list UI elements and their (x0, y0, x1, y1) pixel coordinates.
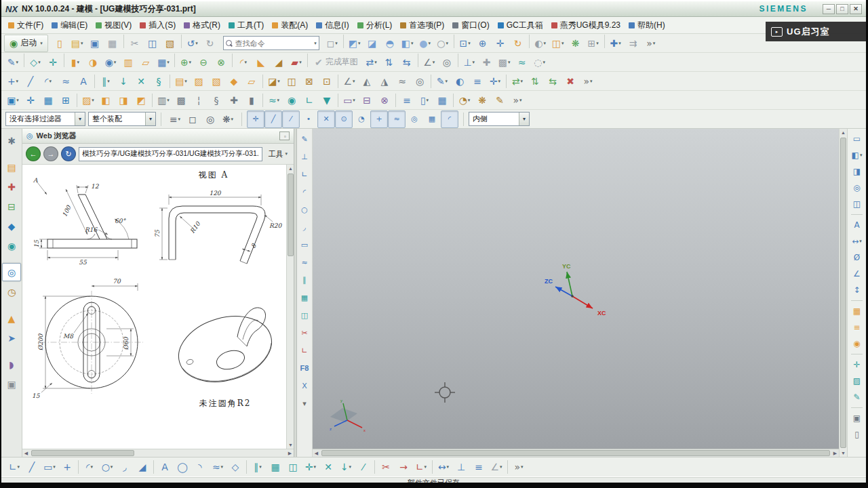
close-button[interactable]: ✕ (850, 4, 862, 14)
more-row4-icon[interactable]: »▾ (509, 92, 526, 109)
roles-icon[interactable]: ◗ (2, 355, 21, 373)
sketch-conic-icon[interactable]: ◝ (191, 458, 209, 476)
scroll-down-icon[interactable]: ▼ (287, 441, 294, 449)
curvature-graph-icon[interactable]: ≈ (393, 73, 411, 90)
chevron-down-icon[interactable]: ▾ (314, 41, 317, 46)
new-file-icon[interactable]: ▯ (51, 35, 68, 52)
ruled-surface-icon[interactable]: ▧ (208, 73, 225, 90)
snap-arc-center-icon[interactable]: ⊙ (335, 110, 353, 128)
edit-object-display-icon[interactable]: ✎▾ (433, 73, 451, 90)
standard-parts-icon[interactable]: ▩ (172, 92, 190, 109)
guide-pin-icon[interactable]: ▮ (243, 92, 260, 109)
selection-filter-combo[interactable]: 没有选择过滤器 ▾ (5, 112, 85, 126)
sync-pull-face-icon[interactable]: ⇅ (526, 73, 544, 90)
spring-icon[interactable]: § (208, 92, 225, 109)
hole-icon[interactable]: ◉▾ (102, 54, 119, 71)
direct-sketch-icon[interactable]: ✎▾ (4, 54, 22, 71)
pattern-curve-icon[interactable]: ▦ (267, 458, 284, 476)
snap-control-point-icon[interactable]: • (300, 110, 317, 128)
derived-line-icon[interactable]: ⁄ (355, 458, 372, 476)
parting-surface-icon[interactable]: ▨▾ (79, 92, 97, 109)
chamfer-icon[interactable]: ◣ (252, 54, 270, 71)
menu-assemblies[interactable]: 装配(A) (268, 18, 312, 33)
export-pdf-icon[interactable]: ▯ (848, 426, 866, 443)
runner-icon[interactable]: ∟ (300, 92, 318, 109)
snap-existing-point-icon[interactable]: + (370, 110, 388, 128)
select-scope-icon[interactable]: ◻ (184, 110, 201, 128)
side-combo[interactable]: 内侧 ▾ (469, 112, 530, 126)
drafting-new-sheet-icon[interactable]: ▭ (848, 131, 866, 147)
trim-body-icon[interactable]: ▰▾ (288, 54, 305, 71)
wcs-triad[interactable]: XC YC ZC (542, 261, 616, 325)
scroll-left-icon[interactable]: ◀ (22, 449, 30, 457)
refresh-button[interactable]: ↻ (61, 146, 76, 161)
menu-format[interactable]: 格式(R) (180, 18, 224, 33)
scroll-thumb[interactable] (31, 450, 134, 456)
move-face-icon[interactable]: ⇄▾ (363, 54, 380, 71)
paste-icon[interactable]: ▧ (161, 35, 179, 52)
intersection-point-icon[interactable]: ✛▾ (302, 458, 319, 476)
f8-align-view-icon[interactable]: F8 (296, 361, 313, 375)
snap-point-on-curve-icon[interactable]: ≈ (388, 110, 406, 128)
part-color-icon[interactable]: ❋ (473, 92, 491, 109)
centerline-icon[interactable]: ✛ (848, 357, 866, 373)
object-display-icon[interactable]: ◎ (438, 54, 456, 71)
menu-tools[interactable]: 工具(T) (224, 18, 268, 33)
snap-tangent-icon[interactable]: ◜ (441, 110, 458, 128)
rib-icon[interactable]: ▥ (119, 54, 137, 71)
part-navigator-icon[interactable]: ⊟ (2, 197, 21, 216)
studio-spline-icon[interactable]: ≈ (57, 73, 75, 90)
snap-quadrant-icon[interactable]: ◔ (353, 110, 370, 128)
ordinate-dimension-icon[interactable]: ↕ (848, 282, 866, 298)
offset-surface-icon[interactable]: ◫ (283, 73, 300, 90)
menu-help[interactable]: 帮助(H) (625, 18, 669, 33)
unite-icon[interactable]: ⊕▾ (177, 54, 195, 71)
spline-flyout-icon[interactable]: ≈ (296, 255, 313, 270)
table-icon[interactable]: ▦ (848, 303, 866, 319)
rectangle-flyout-icon[interactable]: ▭ (296, 237, 313, 252)
attribute-tool-icon[interactable]: ✎ (491, 92, 509, 109)
view-top-icon[interactable]: ◓ (381, 35, 399, 52)
view-tool-icon[interactable]: ◔▾ (456, 92, 473, 109)
window-layout-icon[interactable]: ⊞▾ (585, 35, 602, 52)
menu-analysis[interactable]: 分析(L) (353, 18, 397, 33)
menu-yanxiu-mold[interactable]: 燕秀UG模具9.23 (547, 18, 625, 33)
edit-sheet-icon[interactable]: ✎ (848, 389, 866, 405)
extrude-icon[interactable]: ▮▾ (66, 54, 84, 71)
reflection-analysis-icon[interactable]: ◎ (411, 73, 429, 90)
manufacturing-wizard-icon[interactable]: ➤ (2, 329, 21, 347)
reuse-library-icon[interactable]: ◆ (2, 217, 21, 235)
deviation-gauge-icon[interactable]: ◭ (358, 73, 376, 90)
search-input[interactable] (234, 39, 311, 48)
wireframe-icon[interactable]: ○▾ (434, 35, 452, 52)
sketch-fillet-icon[interactable]: ◞ (116, 458, 134, 476)
edge-blend-icon[interactable]: ◜▾ (235, 54, 252, 71)
undo-icon[interactable]: ↺▾ (184, 35, 201, 52)
wcs-dynamics-icon[interactable]: ✛▾ (486, 73, 504, 90)
snap-midpoint-icon[interactable]: ⁄ (282, 110, 300, 128)
datum-plane-icon[interactable]: ◇▾ (26, 54, 44, 71)
circle-flyout-icon[interactable]: ○ (296, 202, 313, 217)
save-icon[interactable]: ▣ (86, 35, 104, 52)
draft-analysis-icon[interactable]: ◮ (376, 73, 393, 90)
arc-icon[interactable]: ◜▾ (39, 73, 57, 90)
revolve-icon[interactable]: ◑ (84, 54, 102, 71)
assembly-sequence-icon[interactable]: ⇉ (625, 35, 642, 52)
quick-trim-icon[interactable]: ✂ (377, 458, 395, 476)
menu-edit[interactable]: 编辑(E) (47, 18, 92, 33)
true-shading-icon[interactable]: ❋ (567, 35, 585, 52)
menu-window[interactable]: 窗口(O) (448, 18, 493, 33)
quick-trim-flyout-icon[interactable]: ✂ (296, 325, 313, 340)
patch-icon[interactable]: ⊡ (318, 73, 336, 90)
scroll-up-icon[interactable]: ▲ (287, 165, 294, 172)
maximize-button[interactable]: □ (836, 4, 848, 14)
print-icon[interactable]: ▦ (104, 35, 121, 52)
more-commands-icon[interactable]: »▾ (642, 35, 660, 52)
open-file-icon[interactable]: ▤▾ (68, 35, 86, 52)
menu-gc-toolbox[interactable]: GC工具箱 (494, 18, 547, 33)
detail-view-icon[interactable]: ◎ (848, 180, 866, 196)
make-corner-icon[interactable]: ∟▾ (412, 458, 430, 476)
parts-list-icon[interactable]: ≡ (848, 319, 866, 336)
menu-view[interactable]: 视图(V) (92, 18, 136, 33)
undock-panel-button[interactable]: ▫ (279, 131, 290, 140)
